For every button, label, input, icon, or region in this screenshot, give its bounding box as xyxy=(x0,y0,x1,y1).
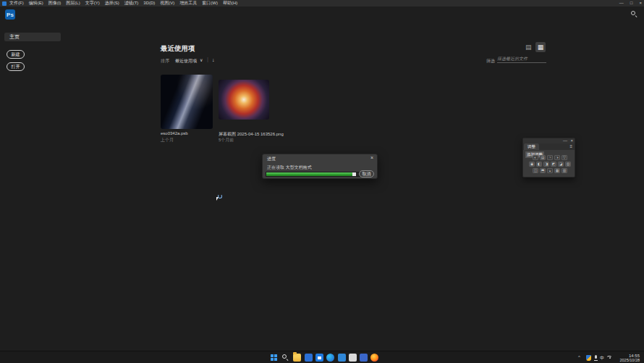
store-bag-icon xyxy=(318,356,321,359)
menu-view[interactable]: 视图(V) xyxy=(160,0,174,7)
menu-image[interactable]: 图像(I) xyxy=(48,0,62,7)
invert-icon[interactable]: ◫ xyxy=(533,168,538,173)
curves-icon[interactable]: ◔ xyxy=(547,155,553,160)
blue-app-icon-2[interactable] xyxy=(360,354,368,362)
menu-type[interactable]: 文字(Y) xyxy=(85,0,100,7)
start-square xyxy=(271,354,274,357)
recent-file-time: 上个月 xyxy=(161,137,174,143)
progress-thumb xyxy=(352,172,356,176)
recent-files-title: 最近使用项 xyxy=(161,44,195,54)
app-titlebar-icon xyxy=(2,1,7,6)
start-square xyxy=(271,358,274,361)
chevron-down-icon[interactable]: ∨ xyxy=(200,57,203,62)
panel-tab-row: 调整 ≡ xyxy=(523,143,575,150)
recent-file-thumbnail-screenshot[interactable] xyxy=(219,80,269,120)
list-view-icon[interactable]: ▤ xyxy=(525,43,532,51)
edge-browser-icon[interactable] xyxy=(326,354,334,362)
ime-indicator[interactable]: 中 xyxy=(600,355,604,362)
windows-taskbar: ^ 中 14:55 2025/10/28 xyxy=(0,351,644,363)
panel-titlebar[interactable]: — × xyxy=(523,138,575,143)
search-icon-circle xyxy=(282,354,287,359)
pointer-icon xyxy=(216,197,219,201)
close-button[interactable]: × xyxy=(639,0,642,7)
search-icon-circle xyxy=(631,11,635,15)
ps-logo: Ps xyxy=(5,9,15,20)
blue-app-icon[interactable] xyxy=(338,354,346,362)
black-white-icon[interactable]: ◨ xyxy=(543,162,549,167)
search-icon-handle xyxy=(287,359,289,361)
mail-app-icon[interactable] xyxy=(305,354,313,362)
posterize-icon[interactable]: ⬒ xyxy=(540,168,546,173)
threshold-icon[interactable]: ◒ xyxy=(547,168,553,173)
progress-bar xyxy=(266,172,360,177)
sort-direction-icon[interactable]: ↓ xyxy=(212,57,215,62)
color-lookup-icon[interactable]: ▨ xyxy=(565,162,571,167)
sort-label: 排序 xyxy=(161,58,169,64)
brightness-contrast-icon[interactable]: ◐ xyxy=(533,155,538,160)
menu-file[interactable]: 文件(F) xyxy=(9,0,24,7)
filter-label: 筛选 xyxy=(486,58,495,64)
panel-minimize-icon[interactable]: — xyxy=(563,138,567,143)
open-button[interactable]: 打开 xyxy=(7,62,25,71)
progress-message: 正在读取 大型文档格式 xyxy=(267,164,312,171)
levels-icon[interactable]: ▤ xyxy=(540,155,546,160)
adjustments-panel: — × 调整 ≡ 添加调整 ◐ ▤ ◔ ◑ ▽ ▣ ◧ ◨ ◩ ◪ ▨ ◫ ⬒ … xyxy=(522,138,575,178)
menu-help[interactable]: 帮助(H) xyxy=(223,0,237,7)
search-icon-handle xyxy=(635,15,637,17)
grid-view-icon[interactable]: ▦ xyxy=(535,42,546,52)
new-file-button[interactable]: 新建 xyxy=(7,50,25,59)
menu-layer[interactable]: 图层(L) xyxy=(66,0,80,7)
busy-cursor xyxy=(216,194,223,201)
microphone-icon[interactable] xyxy=(595,355,597,359)
wifi-icon[interactable] xyxy=(606,356,612,362)
taskbar-search-icon[interactable] xyxy=(282,354,290,362)
windows-security-shield-icon[interactable] xyxy=(586,355,591,361)
hue-saturation-icon[interactable]: ▣ xyxy=(529,162,535,167)
start-square xyxy=(274,354,277,357)
progress-dialog: 进度 × 正在读取 大型文档格式 取消 xyxy=(262,154,378,179)
menu-3d[interactable]: 3D(D) xyxy=(143,0,155,7)
firefox-icon[interactable] xyxy=(370,354,378,362)
sort-divider: | xyxy=(207,56,208,62)
selective-color-icon[interactable]: ▥ xyxy=(562,168,567,173)
menu-plugins[interactable]: 增效工具 xyxy=(179,0,197,7)
progress-fill xyxy=(266,172,352,176)
file-explorer-icon[interactable] xyxy=(293,354,301,362)
menu-filter[interactable]: 滤镜(T) xyxy=(124,0,139,7)
channel-mixer-icon[interactable]: ◪ xyxy=(558,162,564,167)
filter-recent-input[interactable]: 筛选最近的文件 xyxy=(497,55,546,63)
menu-select[interactable]: 选择(S) xyxy=(105,0,119,7)
recent-file-name[interactable]: eso0342a.psb xyxy=(161,131,188,135)
light-app-icon[interactable] xyxy=(349,354,357,362)
tab-adjustments[interactable]: 调整 xyxy=(524,143,539,150)
panel-close-icon[interactable]: × xyxy=(570,138,573,143)
sort-dropdown[interactable]: 最近使用项 xyxy=(175,58,197,64)
search-icon[interactable] xyxy=(631,11,637,17)
menu-window[interactable]: 窗口(W) xyxy=(202,0,218,7)
gradient-map-icon[interactable]: ▦ xyxy=(554,168,560,173)
vibrance-icon[interactable]: ▽ xyxy=(562,155,567,160)
minimize-button[interactable]: — xyxy=(619,0,624,7)
color-balance-icon[interactable]: ◧ xyxy=(536,162,542,167)
store-app-icon[interactable] xyxy=(315,354,323,362)
restore-button[interactable]: □ xyxy=(630,0,633,7)
menu-bar: 文件(F) 编辑(E) 图像(I) 图层(L) 文字(Y) 选择(S) 滤镜(T… xyxy=(0,0,644,7)
cancel-button[interactable]: 取消 xyxy=(359,170,374,178)
close-icon[interactable]: × xyxy=(370,155,373,160)
progress-dialog-title: 进度 xyxy=(267,156,276,162)
sidebar-item-home[interactable]: 主页 xyxy=(4,33,61,41)
exposure-icon[interactable]: ◑ xyxy=(554,155,560,160)
photoshop-window: 文件(F) 编辑(E) 图像(I) 图层(L) 文字(Y) 选择(S) 滤镜(T… xyxy=(0,0,644,363)
start-button[interactable] xyxy=(270,354,278,362)
start-square xyxy=(274,358,277,361)
panel-menu-icon[interactable]: ≡ xyxy=(569,144,572,149)
recent-file-time: 5个月前 xyxy=(219,137,234,143)
menu-edit[interactable]: 编辑(E) xyxy=(29,0,43,7)
recent-file-thumbnail-galaxy[interactable] xyxy=(161,75,213,129)
tray-overflow-chevron-icon[interactable]: ^ xyxy=(578,355,580,359)
photo-filter-icon[interactable]: ◩ xyxy=(551,162,556,167)
taskbar-clock[interactable]: 14:55 2025/10/28 xyxy=(619,354,640,362)
clock-date: 2025/10/28 xyxy=(619,358,640,362)
